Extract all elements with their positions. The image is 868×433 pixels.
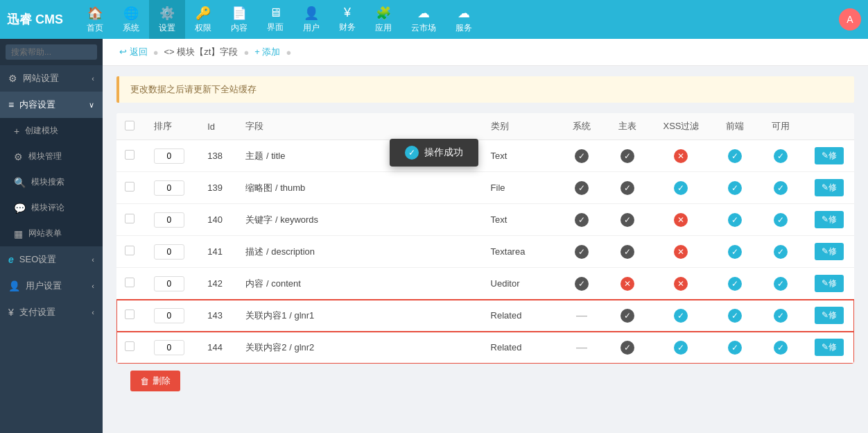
red-x-icon: ✕ <box>674 245 688 259</box>
sidebar-item-label: 网站设置 <box>23 72 59 85</box>
dark-check-icon: ✓ <box>620 245 634 259</box>
row-checkbox[interactable] <box>125 182 134 192</box>
dark-check-icon: ✓ <box>620 149 634 163</box>
dark-check-icon: ✓ <box>575 149 589 163</box>
edit-button[interactable]: ✎修 <box>815 275 844 292</box>
sidebar-item-module-comment[interactable]: 💬 模块评论 <box>0 195 103 221</box>
teal-check-icon: ✓ <box>774 181 788 195</box>
nav-interface[interactable]: 🖥 界面 <box>257 0 293 39</box>
breadcrumb: ↩ 返回 ● <> 模块【zt】字段 ● + 添加 ● <box>103 39 868 66</box>
nav-finance[interactable]: ¥ 财务 <box>329 0 365 39</box>
sidebar-sub-content: + 创建模块 ⚙ 模块管理 🔍 模块搜索 💬 模块评论 ▦ 网站表单 <box>0 118 103 246</box>
chevron-icon: ‹ <box>92 282 94 290</box>
home-icon: 🏠 <box>87 6 103 21</box>
finance-icon: ¥ <box>344 6 351 20</box>
nav-apps[interactable]: 🧩 应用 <box>365 0 401 39</box>
row-checkbox[interactable] <box>125 309 134 319</box>
col-main: 主表 <box>605 113 650 140</box>
sort-input[interactable] <box>154 308 184 323</box>
row-front: ✓ <box>712 140 758 172</box>
sort-input[interactable] <box>154 148 184 164</box>
edit-button[interactable]: ✎修 <box>815 211 844 228</box>
sidebar-item-user-settings[interactable]: 👤 用户设置 ‹ <box>0 273 103 299</box>
teal-check-icon: ✓ <box>728 245 742 259</box>
form-icon: ▦ <box>14 228 23 239</box>
edit-button[interactable]: ✎修 <box>815 339 844 356</box>
teal-check-icon: ✓ <box>774 341 788 355</box>
nav-users[interactable]: 👤 用户 <box>293 0 329 39</box>
table-row: 144 关联内容2 / glnr2 Related — ✓ ✓ ✓ ✓ ✎修 <box>116 332 854 364</box>
teal-check-icon: ✓ <box>674 341 688 355</box>
row-sys: ✓ <box>559 268 605 300</box>
chevron-icon: ‹ <box>92 308 94 316</box>
dark-check-icon: ✓ <box>575 213 589 227</box>
row-front: ✓ <box>712 236 758 268</box>
row-checkbox[interactable] <box>125 278 134 287</box>
nav-finance-label: 财务 <box>339 22 356 33</box>
delete-button[interactable]: 🗑 删除 <box>130 371 180 391</box>
sidebar-item-pay-settings[interactable]: ¥ 支付设置 ‹ <box>0 299 103 325</box>
col-id: Id <box>199 113 237 140</box>
breadcrumb-add[interactable]: + 添加 <box>254 46 280 58</box>
table-row: 138 主题 / title Text ✓ ✓ ✕ ✓ ✓ ✎修 <box>116 140 854 172</box>
app-logo: 迅睿 CMS <box>7 11 63 28</box>
sidebar-item-content-settings[interactable]: ≡ 内容设置 ∨ <box>0 92 103 118</box>
edit-button[interactable]: ✎修 <box>815 179 844 196</box>
nav-settings[interactable]: ⚙️ 设置 <box>149 0 185 39</box>
red-x-icon: ✕ <box>620 277 634 291</box>
row-checkbox[interactable] <box>125 150 134 160</box>
sort-input[interactable] <box>154 340 184 355</box>
dark-check-icon: ✓ <box>620 181 634 195</box>
sidebar-item-label: 模块搜索 <box>31 176 64 188</box>
sidebar-item-seo-settings[interactable]: e SEO设置 ‹ <box>0 246 103 273</box>
row-sys: ✓ <box>559 140 605 172</box>
sidebar: ⚙ 网站设置 ‹ ≡ 内容设置 ∨ + 创建模块 ⚙ 模块管理 🔍 模块搜索 💬 <box>0 39 103 433</box>
main-layout: ⚙ 网站设置 ‹ ≡ 内容设置 ∨ + 创建模块 ⚙ 模块管理 🔍 模块搜索 💬 <box>0 39 868 433</box>
sidebar-item-module-search[interactable]: 🔍 模块搜索 <box>0 169 103 195</box>
sidebar-item-label: SEO设置 <box>19 253 56 266</box>
nav-cloud[interactable]: ☁ 云市场 <box>401 0 446 39</box>
row-front: ✓ <box>712 332 758 364</box>
select-all-checkbox[interactable] <box>125 121 134 130</box>
row-sys: ✓ <box>559 204 605 236</box>
row-checkbox[interactable] <box>125 214 134 223</box>
sidebar-item-module-manage[interactable]: ⚙ 模块管理 <box>0 144 103 169</box>
sidebar-item-create-module[interactable]: + 创建模块 <box>0 118 103 144</box>
row-main: ✓ <box>605 300 650 332</box>
dark-check-icon: ✓ <box>620 341 634 355</box>
row-avail: ✓ <box>758 300 804 332</box>
dark-check-icon: ✓ <box>575 245 589 259</box>
system-icon: 🌐 <box>123 6 139 21</box>
breadcrumb-back[interactable]: ↩ 返回 <box>119 46 148 58</box>
user-avatar[interactable]: A <box>839 8 861 31</box>
nav-content-label: 内容 <box>231 22 248 34</box>
row-field: 关键字 / keywords <box>237 204 482 236</box>
sort-input[interactable] <box>154 212 184 228</box>
alert-banner: 更改数据之后请更新下全站缓存 <box>116 76 854 103</box>
row-checkbox[interactable] <box>125 341 134 351</box>
nav-permissions[interactable]: 🔑 权限 <box>185 0 221 39</box>
row-field: 关联内容2 / glnr2 <box>237 332 482 364</box>
breadcrumb-dot3: ● <box>286 47 291 58</box>
row-field: 缩略图 / thumb <box>237 172 482 204</box>
row-sys: — <box>559 332 605 364</box>
sidebar-item-web-form[interactable]: ▦ 网站表单 <box>0 221 103 246</box>
sort-input[interactable] <box>154 244 184 260</box>
teal-check-icon: ✓ <box>774 277 788 291</box>
edit-button[interactable]: ✎修 <box>815 243 844 260</box>
interface-icon: 🖥 <box>269 6 281 20</box>
nav-home[interactable]: 🏠 首页 <box>77 0 113 39</box>
edit-button[interactable]: ✎修 <box>815 147 844 164</box>
nav-content[interactable]: 📄 内容 <box>221 0 257 39</box>
row-type: Textarea <box>483 236 559 268</box>
sort-input[interactable] <box>154 276 184 291</box>
search-input[interactable] <box>6 44 97 60</box>
nav-system[interactable]: 🌐 系统 <box>113 0 149 39</box>
sort-input[interactable] <box>154 180 184 196</box>
row-front: ✓ <box>712 300 758 332</box>
breadcrumb-module: <> 模块【zt】字段 <box>164 46 238 58</box>
sidebar-item-site-settings[interactable]: ⚙ 网站设置 ‹ <box>0 65 103 92</box>
row-checkbox[interactable] <box>125 246 134 255</box>
nav-service[interactable]: ☁ 服务 <box>446 0 482 39</box>
edit-button[interactable]: ✎修 <box>815 307 844 324</box>
